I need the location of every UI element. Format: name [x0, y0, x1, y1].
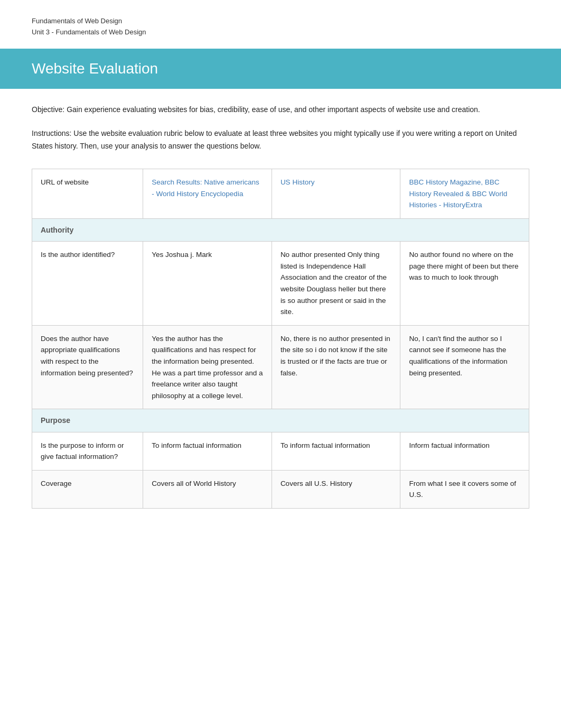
purpose-inform-site3: Inform factual information [400, 432, 529, 470]
purpose-inform-site1: To inform factual information [143, 432, 272, 470]
url-site1: Search Results: Native americans - World… [143, 169, 272, 218]
instructions-text: Instructions: Use the website evaluation… [32, 127, 529, 153]
header-line2: Unit 3 - Fundamentals of Web Design [32, 27, 529, 38]
author-identified-label: Is the author identified? [32, 242, 143, 326]
author-identified-site3: No author found no where on the page the… [400, 242, 529, 326]
top-header: Fundamentals of Web Design Unit 3 - Fund… [0, 0, 561, 49]
coverage-site1: Covers all of World History [143, 470, 272, 508]
url-link-site2[interactable]: US History [280, 178, 315, 186]
purpose-inform-label: Is the purpose to inform or give factual… [32, 432, 143, 470]
title-bar: Website Evaluation [0, 49, 561, 89]
content-area: Objective: Gain experience evaluating we… [0, 89, 561, 523]
url-site2: US History [272, 169, 400, 218]
url-link-site1[interactable]: Search Results: Native americans - World… [152, 178, 259, 198]
coverage-site2: Covers all U.S. History [272, 470, 400, 508]
authority-section-header: Authority [32, 218, 529, 241]
coverage-site3: From what I see it covers some of U.S. [400, 470, 529, 508]
authority-label: Authority [32, 218, 529, 241]
author-identified-row: Is the author identified? Yes Joshua j. … [32, 242, 529, 326]
purpose-inform-row: Is the purpose to inform or give factual… [32, 432, 529, 470]
author-identified-site1: Yes Joshua j. Mark [143, 242, 272, 326]
url-link-site3[interactable]: BBC History Magazine, BBC History Reveal… [409, 178, 507, 209]
author-qualifications-label: Does the author have appropriate qualifi… [32, 325, 143, 409]
purpose-label: Purpose [32, 409, 529, 432]
objective-text: Objective: Gain experience evaluating we… [32, 104, 529, 116]
author-identified-site2: No author presented Only thing listed is… [272, 242, 400, 326]
author-qualifications-site2: No, there is no author presented in the … [272, 325, 400, 409]
purpose-inform-site2: To inform factual information [272, 432, 400, 470]
coverage-row: Coverage Covers all of World History Cov… [32, 470, 529, 508]
url-site3: BBC History Magazine, BBC History Reveal… [400, 169, 529, 218]
author-qualifications-row: Does the author have appropriate qualifi… [32, 325, 529, 409]
author-qualifications-site1: Yes the author has the qualifications an… [143, 325, 272, 409]
url-row: URL of website Search Results: Native am… [32, 169, 529, 218]
author-qualifications-site3: No, I can't find the author so I cannot … [400, 325, 529, 409]
header-line1: Fundamentals of Web Design [32, 16, 529, 27]
url-label: URL of website [32, 169, 143, 218]
evaluation-table: URL of website Search Results: Native am… [32, 169, 529, 509]
page-title: Website Evaluation [32, 60, 529, 77]
purpose-section-header: Purpose [32, 409, 529, 432]
coverage-label: Coverage [32, 470, 143, 508]
